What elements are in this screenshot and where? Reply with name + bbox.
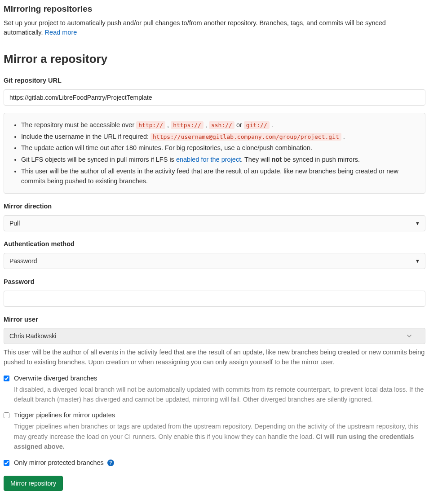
git-url-input[interactable] bbox=[4, 89, 425, 106]
overwrite-desc: If disabled, a diverged local branch wil… bbox=[14, 385, 425, 405]
chevron-down-icon bbox=[407, 332, 411, 341]
mirror-user-value: Chris Radkowski bbox=[9, 332, 56, 341]
trigger-pipelines-desc: Trigger pipelines when branches or tags … bbox=[14, 421, 425, 451]
lfs-enabled-link[interactable]: enabled for the project bbox=[176, 156, 241, 163]
help-box: The repository must be accessible over h… bbox=[4, 113, 425, 194]
overwrite-label: Overwrite diverged branches bbox=[14, 374, 425, 384]
help-item-protocols: The repository must be accessible over h… bbox=[21, 120, 418, 130]
overwrite-checkbox[interactable] bbox=[4, 376, 9, 381]
password-input[interactable] bbox=[4, 291, 425, 307]
protected-branches-checkbox[interactable] bbox=[4, 460, 9, 466]
help-item-author: This user will be the author of all even… bbox=[21, 167, 418, 186]
auth-label: Authentication method bbox=[4, 239, 425, 249]
code-url-example: https://username@gitlab.company.com/grou… bbox=[150, 133, 341, 141]
help-item-lfs: Git LFS objects will be synced in pull m… bbox=[21, 155, 418, 165]
section-title: Mirror a repository bbox=[4, 50, 425, 68]
trigger-pipelines-label: Trigger pipelines for mirror updates bbox=[14, 411, 425, 420]
help-item-username: Include the username in the URL if requi… bbox=[21, 132, 418, 142]
code-git: git:// bbox=[244, 121, 270, 129]
url-label: Git repository URL bbox=[4, 76, 425, 86]
code-http: http:// bbox=[136, 121, 165, 129]
page-desc: Set up your project to automatically pus… bbox=[4, 18, 425, 38]
protected-branches-label: Only mirror protected branches ? bbox=[14, 458, 114, 468]
code-https: https:// bbox=[171, 121, 203, 129]
direction-select[interactable]: Pull bbox=[4, 215, 425, 231]
user-label: Mirror user bbox=[4, 315, 425, 325]
mirror-user-note: This user will be the author of all even… bbox=[4, 348, 425, 367]
code-ssh: ssh:// bbox=[209, 121, 234, 129]
mirror-user-dropdown[interactable]: Chris Radkowski bbox=[4, 328, 425, 344]
help-icon[interactable]: ? bbox=[107, 460, 114, 466]
auth-select[interactable]: Password bbox=[4, 253, 425, 269]
mirror-repository-button[interactable]: Mirror repository bbox=[4, 476, 63, 491]
password-label: Password bbox=[4, 277, 425, 287]
read-more-link[interactable]: Read more bbox=[45, 29, 77, 36]
page-title: Mirroring repositories bbox=[4, 3, 425, 16]
trigger-pipelines-checkbox[interactable] bbox=[4, 412, 9, 418]
help-item-timeout: The update action will time out after 18… bbox=[21, 143, 418, 153]
direction-label: Mirror direction bbox=[4, 202, 425, 212]
